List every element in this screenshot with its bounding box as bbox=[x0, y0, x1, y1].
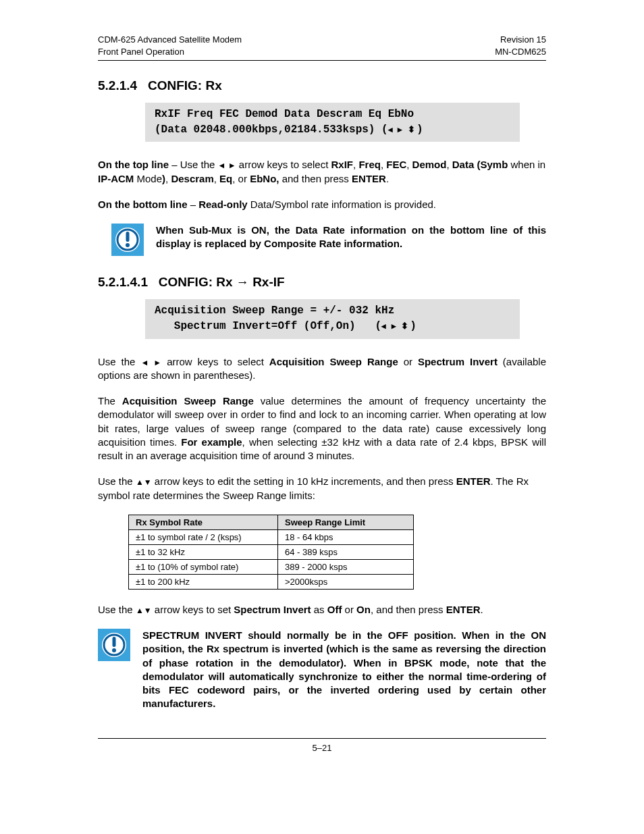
paragraph-spectrum-invert: Use the ▲▼ arrow keys to set Spectrum In… bbox=[98, 603, 546, 617]
up-down-arrow-icon: ▲▼ bbox=[136, 477, 152, 487]
paragraph-top-line: On the top line – Use the ◄ ► arrow keys… bbox=[98, 158, 546, 186]
table-row: ±1 to symbol rate / 2 (ksps) 18 - 64 kbp… bbox=[129, 529, 414, 544]
header-left-1: CDM-625 Advanced Satellite Modem bbox=[98, 34, 242, 46]
table-cell: 64 - 389 ksps bbox=[278, 544, 414, 559]
table-header-row: Rx Symbol Rate Sweep Range Limit bbox=[129, 515, 414, 529]
lcd-line-1: Acquisition Sweep Range = +/- 032 kHz bbox=[155, 303, 510, 319]
header-right-1: Revision 15 bbox=[495, 34, 546, 46]
paragraph-edit-setting: Use the ▲▼ arrow keys to edit the settin… bbox=[98, 475, 546, 502]
table-row: ±1 to (10% of symbol rate) 389 - 2000 ks… bbox=[129, 559, 414, 574]
table-cell: ±1 to (10% of symbol rate) bbox=[129, 559, 278, 574]
note-text: SPECTRUM INVERT should normally be in th… bbox=[142, 629, 546, 711]
svg-rect-6 bbox=[113, 637, 116, 647]
sweep-range-table: Rx Symbol Rate Sweep Range Limit ±1 to s… bbox=[128, 515, 414, 590]
svg-point-3 bbox=[126, 243, 130, 247]
lcd-line-2: (Data 02048.000kbps,02184.533ksps) (◂ ▸ … bbox=[155, 122, 510, 138]
table-row: ±1 to 32 kHz 64 - 389 ksps bbox=[129, 544, 414, 559]
page-header: CDM-625 Advanced Satellite Modem Front P… bbox=[98, 34, 546, 57]
alert-icon bbox=[98, 629, 130, 661]
section-number: 5.2.1.4 bbox=[98, 78, 137, 93]
lcd-line-1: RxIF Freq FEC Demod Data Descram Eq EbNo bbox=[155, 107, 510, 122]
note-block-spectrum: SPECTRUM INVERT should normally be in th… bbox=[98, 629, 546, 711]
page-number: 5–21 bbox=[313, 743, 332, 753]
section-heading-5-2-1-4: 5.2.1.4 CONFIG: Rx bbox=[98, 78, 546, 93]
table-row: ±1 to 200 kHz >2000ksps bbox=[129, 574, 414, 589]
lcd-line-2: Spectrum Invert=Off (Off,On) (◂ ▸ ⬍) bbox=[155, 319, 510, 334]
table-cell: 389 - 2000 ksps bbox=[278, 559, 414, 574]
table-header: Rx Symbol Rate bbox=[129, 515, 278, 529]
section-number: 5.2.1.4.1 bbox=[98, 275, 148, 289]
arrow-keys-icon: ◂ ▸ ⬍ bbox=[381, 321, 410, 331]
paragraph-select-field: Use the ◄ ► arrow keys to select Acquisi… bbox=[98, 355, 546, 383]
section-title: CONFIG: Rx bbox=[148, 78, 222, 93]
table-cell: ±1 to 200 kHz bbox=[129, 574, 278, 589]
table-cell: 18 - 64 kbps bbox=[278, 529, 414, 544]
header-divider bbox=[98, 60, 546, 61]
lcd-display-rx: RxIF Freq FEC Demod Data Descram Eq EbNo… bbox=[145, 103, 520, 142]
svg-point-7 bbox=[112, 648, 116, 652]
header-left-2: Front Panel Operation bbox=[98, 46, 242, 58]
lcd-display-rxif: Acquisition Sweep Range = +/- 032 kHz Sp… bbox=[145, 299, 520, 338]
left-right-arrow-icon: ◄ ► bbox=[218, 161, 236, 170]
table-header: Sweep Range Limit bbox=[278, 515, 414, 529]
header-right-2: MN-CDM625 bbox=[495, 46, 546, 58]
section-title: CONFIG: Rx → Rx-IF bbox=[159, 275, 285, 289]
table-cell: ±1 to symbol rate / 2 (ksps) bbox=[129, 529, 278, 544]
footer-divider bbox=[98, 738, 546, 739]
paragraph-bottom-line: On the bottom line – Read-only Data/Symb… bbox=[98, 198, 546, 211]
note-text: When Sub-Mux is ON, the Data Rate inform… bbox=[156, 224, 546, 251]
svg-rect-2 bbox=[126, 232, 130, 242]
section-heading-5-2-1-4-1: 5.2.1.4.1 CONFIG: Rx → Rx-IF bbox=[98, 275, 546, 290]
table-cell: ±1 to 32 kHz bbox=[129, 544, 278, 559]
paragraph-sweep-range: The Acquisition Sweep Range value determ… bbox=[98, 394, 546, 463]
note-block-submux: When Sub-Mux is ON, the Data Rate inform… bbox=[111, 224, 546, 256]
left-right-arrow-icon: ◄ ► bbox=[140, 358, 161, 367]
alert-icon bbox=[111, 224, 144, 256]
page-footer: 5–21 bbox=[98, 738, 546, 753]
table-cell: >2000ksps bbox=[278, 574, 414, 589]
arrow-keys-icon: ◂ ▸ ⬍ bbox=[388, 124, 417, 134]
up-down-arrow-icon: ▲▼ bbox=[136, 606, 152, 615]
